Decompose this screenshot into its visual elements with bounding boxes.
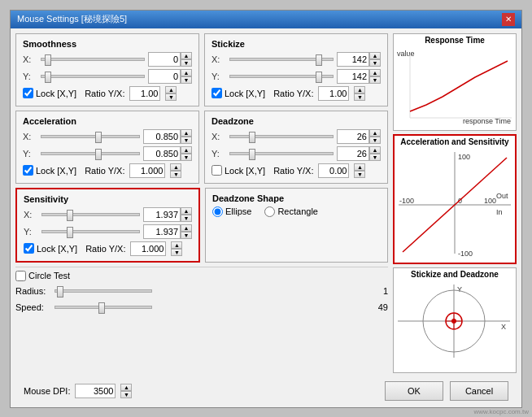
close-button[interactable]: ✕: [502, 13, 515, 26]
sens-ratio-up[interactable]: ▲: [171, 241, 182, 249]
smoothness-y-input[interactable]: [148, 69, 181, 84]
sens-ratio-down[interactable]: ▼: [171, 249, 182, 256]
deadzone-x-down[interactable]: ▼: [369, 137, 381, 144]
stickize-lock-checkbox[interactable]: [211, 88, 222, 98]
svg-text:-100: -100: [458, 250, 473, 258]
stickize-x-down[interactable]: ▼: [369, 59, 381, 67]
sens-lock-label[interactable]: Lock [X,Y]: [24, 243, 77, 254]
sensitivity-title: Sensitivity: [24, 194, 192, 204]
rectangle-radio-label[interactable]: Rectangle: [264, 206, 318, 217]
smoothness-y-slider-container: [41, 70, 145, 83]
accel-ratio-down[interactable]: ▼: [170, 171, 181, 178]
stickize-x-input[interactable]: [337, 52, 369, 67]
rectangle-radio[interactable]: [264, 206, 275, 217]
deadzone-shape-title: Deadzone Shape: [212, 193, 381, 203]
smoothness-x-up[interactable]: ▲: [181, 52, 192, 59]
stickize-y-up[interactable]: ▲: [369, 69, 381, 76]
accel-ratio-up[interactable]: ▲: [170, 163, 181, 171]
stickize-ratio-down[interactable]: ▼: [354, 93, 365, 101]
smoothness-y-down[interactable]: ▼: [181, 76, 192, 84]
smoothness-y-thumb[interactable]: [45, 72, 51, 83]
deadzone-y-input[interactable]: [337, 146, 369, 161]
smoothness-ratio-down[interactable]: ▼: [165, 93, 177, 101]
dpi-down[interactable]: ▼: [120, 391, 132, 398]
sens-lock-checkbox[interactable]: [24, 243, 34, 254]
deadzone-lock-checkbox[interactable]: [211, 165, 222, 176]
deadzone-lock-label[interactable]: Lock [X,Y]: [211, 165, 265, 176]
deadzone-lock-row: Lock [X,Y] Ratio Y/X: ▲ ▼: [211, 163, 381, 178]
accel-x-up[interactable]: ▲: [181, 129, 192, 137]
accel-ratio-input[interactable]: [129, 163, 165, 178]
smoothness-lock-label[interactable]: Lock [X,Y]: [23, 88, 76, 98]
deadzone-shape-section: Deadzone Shape Ellipse Rectangle: [205, 188, 388, 263]
deadzone-y-slider-container: [229, 147, 334, 160]
smoothness-y-up[interactable]: ▲: [181, 69, 192, 76]
accel-y-thumb[interactable]: [95, 149, 102, 160]
dialog-window: Mouse Settings [秘境探險5] ✕ Smoothness X:: [10, 10, 522, 408]
bottom-bar: Mouse DPI: ▲ ▼ OK Cancel: [11, 378, 521, 407]
smoothness-x-down[interactable]: ▼: [181, 59, 192, 67]
radius-row: Radius: 1: [15, 285, 388, 298]
radius-slider-track: [55, 289, 152, 293]
sens-y-thumb[interactable]: [67, 227, 73, 238]
deadzone-y-row: Y: ▲ ▼: [211, 146, 381, 161]
deadzone-y-down[interactable]: ▼: [369, 154, 381, 161]
stickize-y-label: Y:: [211, 72, 226, 81]
stickize-y-input[interactable]: [337, 69, 369, 84]
deadzone-ratio-input[interactable]: [318, 163, 349, 178]
sens-y-down[interactable]: ▼: [181, 232, 192, 239]
stickize-y-row: Y: ▲ ▼: [211, 69, 381, 84]
smoothness-ratio-input[interactable]: [129, 86, 160, 101]
title-bar-text: Mouse Settings [秘境探險5]: [17, 13, 127, 25]
accel-lock-checkbox[interactable]: [23, 165, 33, 176]
speed-slider-track: [55, 306, 152, 309]
deadzone-x-up[interactable]: ▲: [369, 129, 381, 137]
dpi-input[interactable]: [75, 384, 116, 398]
radius-thumb[interactable]: [57, 286, 63, 298]
stickize-title: Stickize: [211, 39, 381, 49]
accel-x-thumb[interactable]: [95, 132, 102, 143]
deadzone-x-input[interactable]: [337, 129, 369, 144]
accel-y-up[interactable]: ▲: [181, 146, 192, 154]
smoothness-ratio-up[interactable]: ▲: [165, 86, 177, 93]
deadzone-y-spin-btns: ▲ ▼: [369, 146, 381, 161]
stickize-y-down[interactable]: ▼: [369, 76, 381, 84]
sens-x-thumb[interactable]: [67, 210, 73, 221]
ellipse-radio-label[interactable]: Ellipse: [212, 206, 251, 217]
smoothness-x-thumb[interactable]: [45, 54, 51, 66]
smoothness-x-input[interactable]: [148, 52, 181, 67]
deadzone-ratio-up[interactable]: ▲: [354, 163, 365, 171]
accel-lock-label[interactable]: Lock [X,Y]: [23, 165, 76, 176]
accel-x-input[interactable]: [143, 129, 181, 144]
deadzone-ratio-down[interactable]: ▼: [354, 171, 365, 178]
smoothness-y-label: Y:: [23, 72, 37, 81]
smoothness-lock-checkbox[interactable]: [23, 88, 33, 98]
speed-thumb[interactable]: [98, 302, 105, 314]
sens-x-down[interactable]: ▼: [181, 215, 192, 222]
accel-y-input[interactable]: [143, 146, 181, 161]
smoothness-x-spinbox: ▲ ▼: [148, 52, 192, 67]
deadzone-x-thumb[interactable]: [249, 132, 255, 143]
cancel-button[interactable]: Cancel: [450, 381, 508, 401]
sens-y-input[interactable]: [143, 224, 181, 239]
deadzone-y-thumb[interactable]: [249, 149, 255, 160]
stickize-x-up[interactable]: ▲: [369, 52, 381, 59]
stickize-ratio-input[interactable]: [318, 86, 349, 101]
stickize-ratio-up[interactable]: ▲: [354, 86, 365, 93]
sens-x-input[interactable]: [143, 207, 181, 222]
sens-x-up[interactable]: ▲: [181, 207, 192, 215]
ellipse-radio[interactable]: [212, 206, 223, 217]
circle-test-checkbox[interactable]: [15, 271, 26, 281]
stickize-lock-label[interactable]: Lock [X,Y]: [211, 88, 265, 98]
ok-button[interactable]: OK: [385, 381, 443, 401]
sens-ratio-input[interactable]: [130, 241, 166, 256]
accel-x-down[interactable]: ▼: [181, 137, 192, 144]
dpi-up[interactable]: ▲: [120, 384, 132, 391]
sens-y-up[interactable]: ▲: [181, 224, 192, 232]
stickize-x-thumb[interactable]: [316, 54, 322, 66]
sens-y-label: Y:: [24, 227, 38, 237]
stickize-y-thumb[interactable]: [316, 72, 322, 83]
accel-y-down[interactable]: ▼: [181, 154, 192, 161]
deadzone-y-up[interactable]: ▲: [369, 146, 381, 154]
circle-test-label[interactable]: Circle Test: [15, 271, 70, 281]
